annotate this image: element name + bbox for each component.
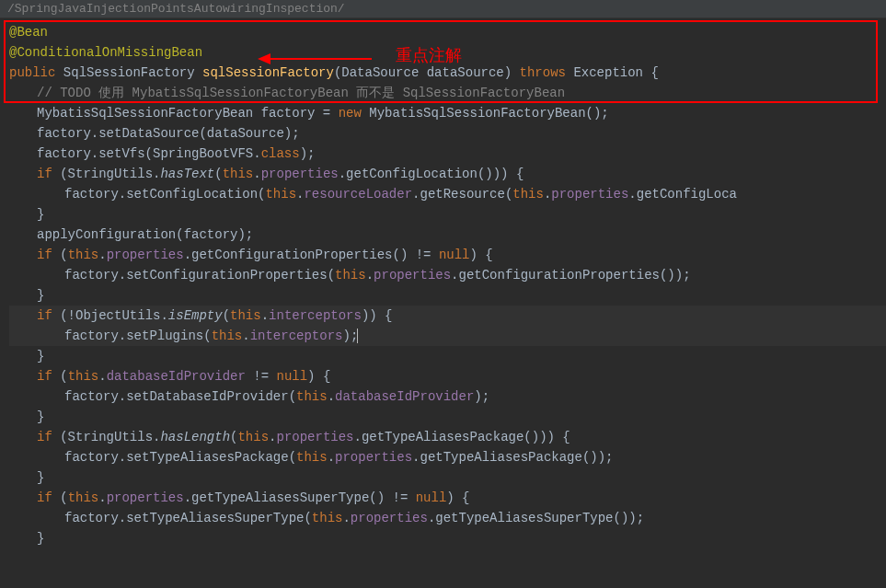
code-line: } xyxy=(9,346,886,366)
code-line: factory.setTypeAliasesSuperType(this.pro… xyxy=(9,508,886,528)
code-line: factory.setPlugins(this.interceptors); xyxy=(9,326,886,346)
code-line: if (this.properties.getConfigurationProp… xyxy=(9,245,886,265)
arrow-icon xyxy=(258,52,372,66)
code-line: factory.setConfigurationProperties(this.… xyxy=(9,265,886,285)
code-line: if (!ObjectUtils.isEmpty(this.intercepto… xyxy=(9,306,886,326)
code-line: if (StringUtils.hasLength(this.propertie… xyxy=(9,427,886,447)
code-line: } xyxy=(9,407,886,427)
code-line: factory.setDataSource(dataSource); xyxy=(9,123,886,144)
code-line: MybatisSqlSessionFactoryBean factory = n… xyxy=(9,103,886,123)
breadcrumb[interactable]: /SpringJavaInjectionPointsAutowiringInsp… xyxy=(0,0,886,18)
code-line: } xyxy=(9,285,886,306)
code-line: } xyxy=(9,528,886,548)
code-editor[interactable]: 重点注解 @Bean @ConditionalOnMissingBean pub… xyxy=(0,18,886,552)
code-line: factory.setConfigLocation(this.resourceL… xyxy=(9,184,886,204)
code-line: factory.setDatabaseIdProvider(this.datab… xyxy=(9,386,886,407)
code-line: factory.setVfs(SpringBootVFS.class); xyxy=(9,144,886,164)
code-line: applyConfiguration(factory); xyxy=(9,225,886,245)
code-line: @Bean xyxy=(9,22,886,42)
code-line: factory.setTypeAliasesPackage(this.prope… xyxy=(9,447,886,467)
code-line: if (this.databaseIdProvider != null) { xyxy=(9,366,886,386)
code-line: if (StringUtils.hasText(this.properties.… xyxy=(9,164,886,184)
code-line: } xyxy=(9,467,886,488)
callout-label: 重点注解 xyxy=(396,44,462,66)
code-line: if (this.properties.getTypeAliasesSuperT… xyxy=(9,488,886,508)
code-line: } xyxy=(9,204,886,225)
code-line: // TODO 使用 MybatisSqlSessionFactoryBean … xyxy=(9,83,886,103)
